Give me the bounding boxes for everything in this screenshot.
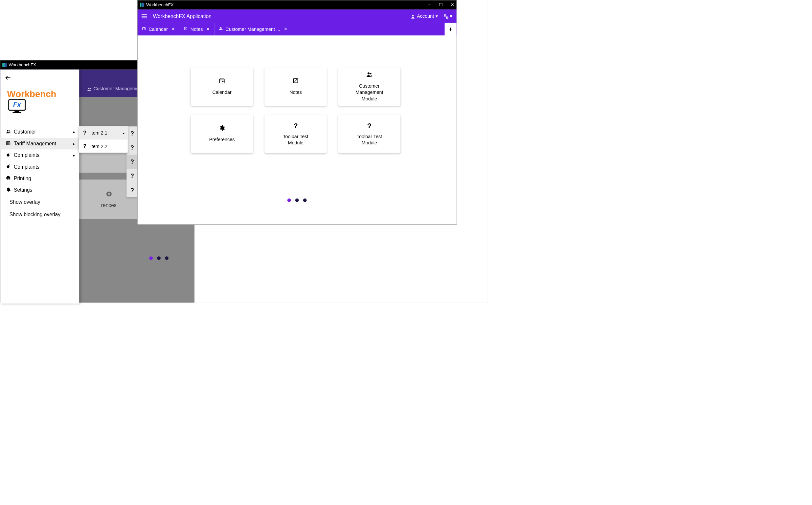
chevron-right-icon: ▸: [73, 153, 75, 158]
module-tile-preferences[interactable]: Preferences: [191, 115, 253, 153]
app-icon: [140, 3, 144, 7]
module-tile-toolbar-test-module[interactable]: ?Toolbar TestModule: [338, 115, 401, 153]
chevron-right-icon: ▸: [123, 131, 124, 135]
drawer-item-label: Settings: [14, 187, 32, 193]
close-icon[interactable]: ✕: [171, 27, 175, 32]
flyout-item-label: Item 2.2: [90, 143, 107, 149]
nested-submenu-item[interactable]: ?: [126, 183, 138, 197]
note-icon: [293, 78, 299, 85]
chevron-down-icon: ▾: [450, 13, 452, 19]
drawer-item-printing[interactable]: Printing: [0, 173, 79, 184]
hamburger-menu-button[interactable]: [142, 14, 147, 18]
svg-rect-4: [12, 112, 21, 113]
svg-point-9: [7, 154, 9, 156]
bomb-icon: [6, 152, 14, 158]
svg-point-1: [90, 88, 91, 89]
drawer-back-button[interactable]: [0, 69, 79, 84]
drawer-item-settings[interactable]: Settings: [0, 184, 79, 196]
svg-point-6: [7, 130, 9, 132]
drawer-logo: Workbench Fx: [0, 83, 79, 121]
page-dot[interactable]: [295, 198, 299, 202]
drawer-action-show-blocking-overlay[interactable]: Show blocking overlay: [0, 208, 79, 221]
svg-rect-21: [219, 79, 224, 83]
drawer-action-show-overlay[interactable]: Show overlay: [0, 196, 79, 208]
page-dot[interactable]: [165, 256, 168, 260]
back-window-page-dots: [149, 256, 168, 260]
tab-label: Notes: [191, 26, 203, 32]
nested-submenu-item[interactable]: ?: [126, 140, 138, 155]
gear-icon: [219, 125, 225, 132]
person-icon: [411, 13, 415, 19]
flyout-item[interactable]: ? Item 2.2: [79, 140, 128, 153]
module-tile-customer-management-module[interactable]: CustomerManagementModule: [338, 67, 401, 106]
page-dot-active[interactable]: [149, 256, 153, 260]
people-icon: [219, 27, 223, 32]
question-icon: ?: [367, 122, 371, 130]
account-menu[interactable]: Account ▾: [411, 13, 438, 19]
close-icon[interactable]: ✕: [206, 27, 210, 32]
svg-point-14: [412, 15, 414, 16]
tab-notes[interactable]: Notes ✕: [180, 23, 215, 35]
tab-customer-management-[interactable]: Customer Management ... ✕: [215, 23, 292, 35]
svg-rect-8: [7, 141, 10, 145]
window-buttons: ─ ☐ ✕: [428, 2, 454, 8]
close-icon[interactable]: ✕: [284, 27, 287, 32]
svg-point-0: [88, 88, 89, 89]
back-window-nested-submenu: ? ? ? ? ?: [126, 126, 138, 197]
tab-calendar[interactable]: Calendar ✕: [138, 23, 180, 35]
drawer-item-complaints[interactable]: Complaints: [0, 161, 79, 173]
drawer-item-label: Printing: [14, 176, 31, 182]
tile-label: CustomerManagementModule: [355, 83, 383, 102]
drawer-item-label: Tariff Management: [14, 140, 56, 147]
chevron-right-icon: ▸: [73, 130, 75, 134]
minimize-button[interactable]: ─: [428, 2, 431, 8]
note-icon: [184, 27, 188, 32]
tab-label: Calendar: [148, 26, 167, 32]
svg-point-24: [368, 72, 369, 74]
svg-text:A: A: [447, 16, 448, 18]
drawer-item-tariff-management[interactable]: Tariff Management ▸: [0, 138, 79, 149]
tab-label: Customer Management ...: [225, 26, 280, 32]
close-button[interactable]: ✕: [451, 2, 454, 8]
svg-rect-16: [142, 28, 145, 30]
page-dot-active[interactable]: [287, 198, 291, 202]
page-dot[interactable]: [157, 256, 160, 260]
flyout-item[interactable]: ? Item 2.1 ▸: [79, 126, 128, 140]
maximize-button[interactable]: ☐: [439, 2, 443, 8]
content-area: CalendarNotesCustomerManagementModulePre…: [138, 35, 457, 224]
nested-submenu-item[interactable]: ?: [126, 169, 138, 183]
svg-rect-3: [14, 111, 19, 112]
language-menu[interactable]: A ▾: [444, 13, 453, 19]
drawer-item-customer[interactable]: Customer ▸: [0, 126, 79, 138]
add-tab-button[interactable]: +: [445, 23, 457, 35]
tile-label: Calendar: [212, 89, 231, 96]
back-window-title: WorkbenchFX: [9, 62, 36, 67]
module-tile-toolbar-test-module[interactable]: ?Toolbar TestModule: [264, 115, 327, 153]
module-tile-grid: CalendarNotesCustomerManagementModulePre…: [191, 67, 406, 153]
nested-submenu-item[interactable]: ?: [126, 126, 138, 140]
svg-rect-13: [8, 178, 9, 179]
page-dots: [287, 198, 307, 202]
tile-label: Preferences: [209, 137, 235, 143]
people-icon: [87, 86, 91, 92]
drawer-item-label: Complaints: [14, 164, 39, 170]
chevron-down-icon: ▾: [436, 13, 438, 19]
grid-icon: [6, 141, 14, 147]
people-icon: [366, 71, 372, 78]
module-tile-calendar[interactable]: Calendar: [191, 67, 253, 106]
print-icon: [6, 176, 14, 181]
svg-point-25: [370, 73, 371, 74]
flyout-item-label: Item 2.1: [90, 130, 107, 136]
svg-point-7: [9, 130, 10, 132]
nested-submenu-item[interactable]: ?: [126, 155, 138, 169]
front-window-titlebar: WorkbenchFX ─ ☐ ✕: [138, 0, 457, 9]
navigation-drawer: Workbench Fx Customer ▸ Tariff Managemen…: [0, 69, 79, 304]
drawer-item-complaints[interactable]: Complaints ▸: [0, 149, 79, 161]
page-dot[interactable]: [303, 198, 307, 202]
module-tile-notes[interactable]: Notes: [264, 67, 327, 106]
monitor-fx-icon: Fx: [8, 99, 26, 114]
question-icon: ?: [293, 122, 298, 130]
tile-label: Toolbar TestModule: [357, 134, 382, 146]
svg-text:Fx: Fx: [13, 101, 21, 108]
app-title: WorkbenchFX Application: [153, 13, 212, 19]
